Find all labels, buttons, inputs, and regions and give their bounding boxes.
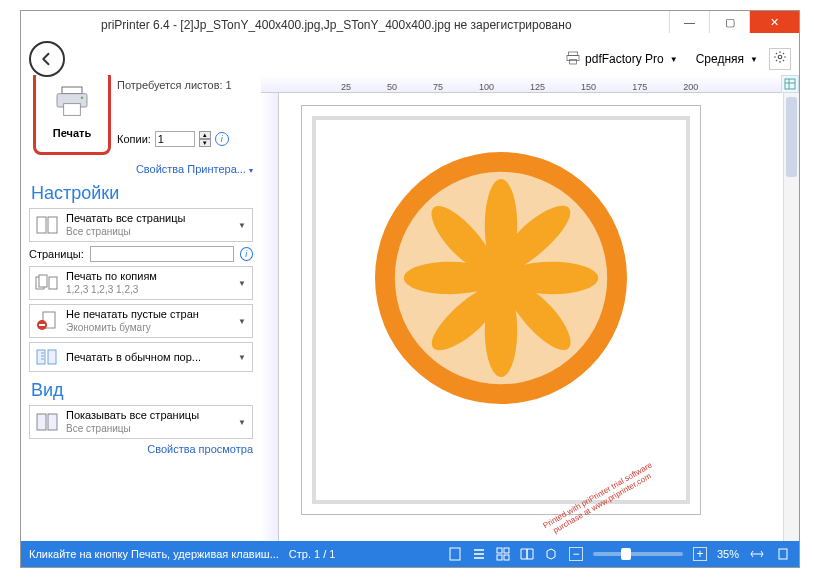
orange-image bbox=[366, 143, 636, 417]
fit-width-icon[interactable] bbox=[749, 546, 765, 562]
view-mode-page-icon[interactable] bbox=[447, 546, 463, 562]
view-mode-book-icon[interactable] bbox=[519, 546, 535, 562]
zoom-out-button[interactable]: − bbox=[569, 547, 583, 561]
option-collate[interactable]: Печать по копиям1,2,3 1,2,3 1,2,3 ▼ bbox=[29, 266, 253, 300]
zoom-in-button[interactable]: + bbox=[693, 547, 707, 561]
order-icon bbox=[34, 346, 60, 368]
printer-icon bbox=[565, 50, 581, 69]
quality-label: Средняя bbox=[696, 52, 744, 66]
option-normal-order[interactable]: Печатать в обычном пор... ▼ bbox=[29, 342, 253, 372]
printer-properties-link[interactable]: Свойства Принтера... ▾ bbox=[29, 163, 253, 175]
chevron-down-icon: ▼ bbox=[238, 279, 246, 288]
vertical-ruler bbox=[261, 93, 279, 543]
copies-label: Копии: bbox=[117, 133, 151, 145]
svg-rect-15 bbox=[39, 324, 45, 326]
svg-rect-25 bbox=[497, 548, 502, 553]
zoom-value: 35% bbox=[717, 548, 739, 560]
copies-down-button[interactable]: ▾ bbox=[199, 139, 211, 147]
back-button[interactable] bbox=[29, 41, 65, 77]
print-button-label: Печать bbox=[53, 127, 91, 139]
maximize-button[interactable]: ▢ bbox=[709, 11, 749, 33]
minimize-button[interactable]: — bbox=[669, 11, 709, 33]
status-message: Кликайте на кнопку Печать, удерживая кла… bbox=[29, 548, 279, 560]
settings-header: Настройки bbox=[31, 183, 253, 204]
window-title: priPrinter 6.4 - [2]Jp_STonY_400x400.jpg… bbox=[101, 18, 572, 32]
sheets-required-label: Потребуется листов: 1 bbox=[117, 79, 253, 91]
pages-label: Страницы: bbox=[29, 248, 84, 260]
print-button[interactable]: Печать bbox=[33, 75, 111, 155]
svg-point-7 bbox=[81, 97, 84, 100]
view-mode-3d-icon[interactable] bbox=[543, 546, 559, 562]
svg-rect-18 bbox=[37, 414, 46, 430]
status-bar: Кликайте на кнопку Печать, удерживая кла… bbox=[21, 541, 799, 567]
chevron-down-icon: ▼ bbox=[750, 55, 758, 64]
svg-rect-20 bbox=[785, 79, 795, 89]
svg-rect-0 bbox=[568, 52, 577, 55]
printer-icon bbox=[52, 85, 92, 123]
chevron-down-icon: ▼ bbox=[238, 221, 246, 230]
chevron-down-icon: ▼ bbox=[238, 418, 246, 427]
svg-rect-8 bbox=[37, 217, 46, 233]
svg-rect-26 bbox=[504, 548, 509, 553]
copies-up-button[interactable]: ▴ bbox=[199, 131, 211, 139]
horizontal-ruler: 255075100125150175200 bbox=[261, 75, 799, 93]
option-skip-empty[interactable]: Не печатать пустые странЭкономить бумагу… bbox=[29, 304, 253, 338]
chevron-down-icon: ▼ bbox=[670, 55, 678, 64]
vertical-scrollbar[interactable] bbox=[783, 93, 799, 543]
svg-rect-6 bbox=[64, 104, 81, 116]
svg-point-3 bbox=[778, 55, 782, 59]
zoom-slider[interactable] bbox=[593, 552, 683, 556]
svg-rect-4 bbox=[62, 87, 82, 94]
svg-rect-19 bbox=[48, 414, 57, 430]
settings-button[interactable] bbox=[769, 48, 791, 70]
ruler-toggle-button[interactable] bbox=[781, 75, 799, 93]
quality-selector[interactable]: Средняя ▼ bbox=[689, 49, 765, 69]
svg-rect-27 bbox=[497, 555, 502, 560]
no-empty-icon bbox=[34, 310, 60, 332]
fit-page-icon[interactable] bbox=[775, 546, 791, 562]
printer-selector[interactable]: pdfFactory Pro ▼ bbox=[558, 47, 685, 72]
watermark: Printed with priPrinter trial software p… bbox=[542, 460, 658, 538]
svg-rect-28 bbox=[504, 555, 509, 560]
svg-rect-9 bbox=[48, 217, 57, 233]
svg-rect-12 bbox=[49, 277, 57, 289]
svg-rect-24 bbox=[450, 548, 460, 560]
collate-icon bbox=[34, 272, 60, 294]
view-mode-grid-icon[interactable] bbox=[495, 546, 511, 562]
preview-area: 255075100125150175200 bbox=[261, 75, 799, 543]
svg-rect-16 bbox=[37, 350, 45, 364]
close-button[interactable]: ✕ bbox=[749, 11, 799, 33]
svg-rect-17 bbox=[48, 350, 56, 364]
view-properties-link[interactable]: Свойства просмотра bbox=[29, 443, 253, 455]
chevron-down-icon: ▼ bbox=[238, 317, 246, 326]
option-show-all-pages[interactable]: Показывать все страницыВсе страницы ▼ bbox=[29, 405, 253, 439]
view-header: Вид bbox=[31, 380, 253, 401]
option-print-all-pages[interactable]: Печатать все страницыВсе страницы ▼ bbox=[29, 208, 253, 242]
chevron-down-icon: ▼ bbox=[238, 353, 246, 362]
pages-icon bbox=[34, 214, 60, 236]
page-indicator: Стр. 1 / 1 bbox=[289, 548, 336, 560]
printer-name: pdfFactory Pro bbox=[585, 52, 664, 66]
view-mode-list-icon[interactable] bbox=[471, 546, 487, 562]
pages-input[interactable] bbox=[90, 246, 234, 262]
info-icon[interactable]: i bbox=[240, 247, 253, 261]
svg-rect-29 bbox=[779, 549, 787, 559]
info-icon[interactable]: i bbox=[215, 132, 229, 146]
show-pages-icon bbox=[34, 411, 60, 433]
page-preview[interactable]: Printed with priPrinter trial software p… bbox=[301, 105, 701, 515]
gear-icon bbox=[773, 50, 787, 68]
copies-input[interactable] bbox=[155, 131, 195, 147]
svg-rect-2 bbox=[570, 59, 577, 64]
svg-rect-11 bbox=[39, 275, 47, 287]
svg-rect-1 bbox=[567, 55, 579, 60]
